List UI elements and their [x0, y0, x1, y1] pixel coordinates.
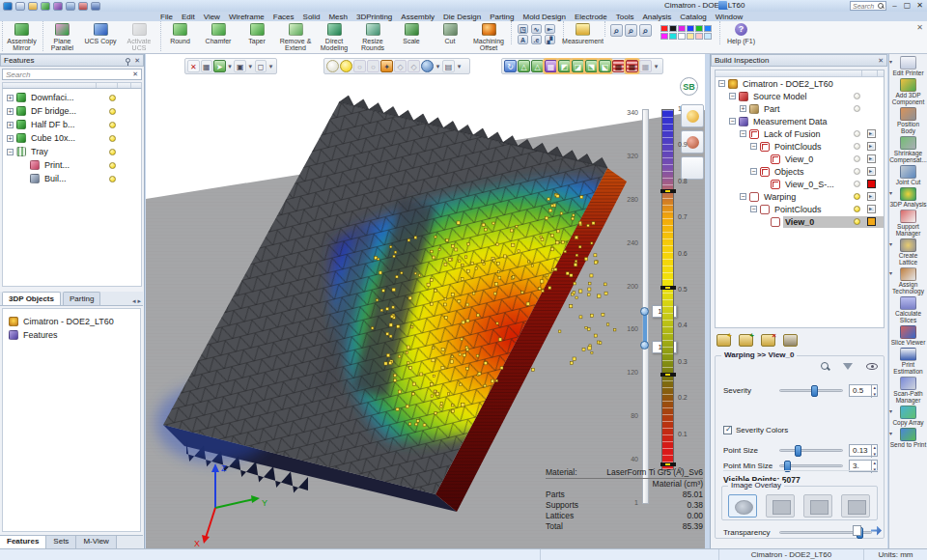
ribbon-button[interactable]: Assembly Mirror: [2, 21, 41, 51]
visibility-bulb-icon[interactable]: [854, 143, 860, 150]
expander-icon[interactable]: [761, 155, 768, 162]
monitor-icon[interactable]: [91, 2, 100, 11]
undo-icon[interactable]: [41, 2, 50, 11]
delete-inspection-icon[interactable]: [761, 334, 775, 347]
menu-item[interactable]: Faces: [273, 13, 295, 21]
layer-range-selector[interactable]: 148 116: [643, 311, 647, 346]
redo-icon[interactable]: [53, 2, 63, 11]
mesh-red-icon[interactable]: ▦: [612, 60, 625, 72]
mesh-paint-icon[interactable]: ▦: [545, 60, 557, 72]
snapshot-icon[interactable]: [783, 334, 798, 347]
dropdown-arrow-icon[interactable]: ▾: [889, 269, 892, 276]
display-mode-icon[interactable]: [867, 205, 876, 213]
feature-row[interactable]: Print...: [3, 158, 141, 172]
pick-mode-icon[interactable]: ▣: [234, 60, 246, 72]
export-icon[interactable]: [871, 526, 882, 536]
mesh-gray-icon[interactable]: ▦: [639, 60, 652, 72]
expander-icon[interactable]: −: [750, 206, 757, 212]
pin-icon[interactable]: [126, 58, 130, 63]
select-dropdown-icon[interactable]: ▾: [227, 60, 234, 72]
display-mode-icon[interactable]: [867, 129, 876, 138]
feature-row[interactable]: + Cube 10x...: [3, 131, 141, 145]
capture-icon[interactable]: [78, 2, 88, 11]
expander-icon[interactable]: +: [7, 95, 14, 101]
display-mode-icon[interactable]: [867, 217, 876, 226]
model-tree-label[interactable]: Cimatron - DOE2_LT60: [21, 316, 140, 327]
zoom-fit-icon[interactable]: ⌕: [639, 24, 652, 37]
menu-item[interactable]: Die Design: [443, 13, 481, 21]
menu-item[interactable]: Window: [716, 13, 743, 21]
feature-label[interactable]: Cube 10x...: [29, 132, 141, 144]
expander-icon[interactable]: −: [7, 149, 14, 155]
select-arrow-icon[interactable]: ➤: [213, 60, 226, 72]
box-dropdown-icon[interactable]: ▾: [267, 60, 274, 72]
expander-icon[interactable]: −: [729, 118, 736, 125]
toolbar-item[interactable]: Scan-Path Manager: [889, 377, 927, 404]
text-icon[interactable]: A: [518, 35, 528, 44]
feature-row[interactable]: + Downfaci...: [3, 91, 141, 104]
overlay-plain-icon[interactable]: [766, 494, 795, 518]
severity-slider[interactable]: [779, 389, 843, 392]
expander-icon[interactable]: −: [750, 168, 757, 175]
ribbon-button[interactable]: Chamfer: [199, 21, 238, 51]
inspection-tree-row[interactable]: − Objects: [716, 165, 884, 178]
toolbar-item[interactable]: Support Manager: [889, 210, 927, 237]
measurement-button[interactable]: Measurement: [563, 21, 602, 44]
visibility-eye-icon[interactable]: [866, 363, 878, 370]
dropdown-arrow-icon[interactable]: ▾: [889, 430, 892, 436]
menu-item[interactable]: 3DPrinting: [356, 13, 392, 21]
objects-tab[interactable]: Parting: [63, 292, 100, 305]
visibility-bulb-icon[interactable]: [854, 193, 860, 200]
display-mode-icon[interactable]: [867, 192, 876, 201]
curve-tool-icon[interactable]: ∿: [531, 24, 542, 34]
inspection-tree-row[interactable]: − Lack of Fusion: [716, 127, 884, 140]
inspection-tree-row[interactable]: View_0_S-...: [716, 178, 884, 190]
visibility-bulb-icon[interactable]: [109, 108, 116, 115]
report-icon[interactable]: [853, 525, 861, 536]
colorbar-marker[interactable]: [660, 189, 676, 193]
zoom-in-icon[interactable]: ⌕: [610, 24, 623, 37]
severity-value-input[interactable]: 0.5: [849, 384, 878, 397]
dropdown-arrow-icon[interactable]: ▾: [889, 189, 892, 196]
bottom-tab[interactable]: M-View: [76, 536, 117, 548]
overlay-circle-icon[interactable]: [728, 494, 757, 518]
bulb-off-icon[interactable]: [326, 60, 339, 72]
bottom-tab[interactable]: Features: [0, 536, 46, 548]
expander-icon[interactable]: [20, 162, 27, 169]
color-swatch[interactable]: [704, 25, 712, 32]
expander-icon[interactable]: −: [750, 143, 757, 150]
pick-dropdown-icon[interactable]: ▾: [247, 60, 254, 72]
mesh-tool-icon[interactable]: △: [518, 60, 530, 72]
model-tree-row[interactable]: Cimatron - DOE2_LT60: [3, 315, 140, 328]
minimize-button[interactable]: –: [888, 0, 901, 11]
point-size-slider-thumb[interactable]: [795, 445, 801, 457]
ribbon-button[interactable]: Cut: [431, 21, 469, 51]
color-swatch[interactable]: [695, 25, 703, 32]
expander-icon[interactable]: +: [7, 108, 14, 115]
menu-item[interactable]: Tools: [616, 13, 634, 21]
ucs-icon[interactable]: [66, 2, 75, 11]
display-mode-icon[interactable]: [867, 167, 876, 176]
toolbar-item[interactable]: Position Body: [889, 107, 927, 134]
model-tree-row[interactable]: Features: [3, 328, 140, 342]
ribbon-button[interactable]: Machining Offset: [469, 21, 508, 51]
menu-item[interactable]: Analysis: [642, 13, 671, 21]
node-label[interactable]: Lack of Fusion: [762, 128, 884, 140]
toolbar-item[interactable]: Joint Cut: [889, 165, 927, 185]
color-swatch[interactable]: [669, 33, 677, 40]
color-swatch[interactable]: [660, 25, 668, 32]
expander-icon[interactable]: −: [740, 130, 746, 137]
visibility-bulb-icon[interactable]: [854, 105, 860, 112]
menu-item[interactable]: Edit: [182, 13, 195, 21]
toolbar-item[interactable]: Shrinkage Compensat...: [889, 136, 927, 163]
node-label[interactable]: Source Model: [751, 91, 884, 102]
ribbon-button[interactable]: Round: [160, 21, 199, 51]
menu-item[interactable]: Electrode: [575, 13, 607, 21]
drag-hand-icon[interactable]: ✦: [380, 60, 393, 72]
visibility-bulb-icon[interactable]: [109, 162, 116, 169]
menu-item[interactable]: Catalog: [680, 13, 707, 21]
menu-item[interactable]: File: [160, 13, 173, 21]
point-size-value-input[interactable]: 0.13: [849, 444, 878, 457]
node-label[interactable]: Warping: [762, 191, 884, 203]
ribbon-button[interactable]: Direct Modeling: [315, 21, 353, 51]
